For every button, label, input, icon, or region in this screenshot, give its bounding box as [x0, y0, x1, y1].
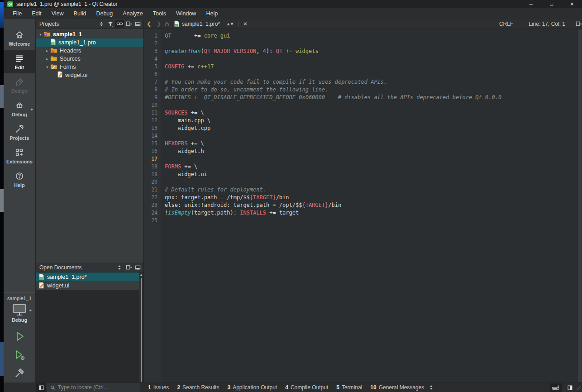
tree-expand-icon[interactable]: ▾: [38, 32, 43, 37]
code-line-16[interactable]: 16 widget.h: [144, 147, 582, 155]
split-new-button[interactable]: [124, 20, 133, 28]
code-line-13[interactable]: 13 widget.cpp: [144, 124, 582, 132]
tree-expand-icon[interactable]: ▾: [44, 65, 50, 69]
output-pane-general-messages[interactable]: 10General Messages: [366, 384, 428, 391]
code-line-19[interactable]: 19 widget.ui: [144, 170, 582, 178]
menu-edit[interactable]: Edit: [27, 10, 47, 17]
split-new-button[interactable]: [124, 263, 133, 272]
tree-item-widget-ui[interactable]: widget.ui: [36, 71, 143, 79]
code-line-10[interactable]: 10: [144, 101, 582, 109]
document-dropdown-icon[interactable]: ▲▼: [226, 22, 234, 26]
menu-debug[interactable]: Debug: [91, 10, 118, 17]
mode-edit[interactable]: Edit: [4, 50, 35, 73]
maximize-button[interactable]: □: [541, 0, 562, 8]
editor-scrollbar-thumb[interactable]: [578, 29, 582, 382]
output-pane-application-output[interactable]: 3Application Output: [223, 384, 281, 391]
locator-field[interactable]: [47, 383, 140, 392]
output-panes-arrows-icon[interactable]: [428, 384, 434, 391]
locator-input[interactable]: [58, 384, 137, 391]
output-pane-compile-output[interactable]: 4Compile Output: [281, 384, 332, 391]
filter-button[interactable]: [106, 20, 115, 28]
design-pen-icon: [14, 77, 24, 87]
output-pane-issues[interactable]: 1Issues: [144, 384, 173, 391]
collapse-panel-button[interactable]: [133, 263, 142, 272]
sort-arrows-button[interactable]: [97, 20, 106, 28]
code-line-25[interactable]: 25: [144, 216, 582, 224]
svg-text:qt: qt: [175, 24, 178, 27]
tree-item-sample1-1-pro[interactable]: qtsample1_1.pro: [36, 38, 143, 47]
run-button[interactable]: [13, 330, 26, 343]
kit-selector[interactable]: sample1_1 ▸ Debug: [4, 292, 35, 330]
scroll-up-icon[interactable]: ▲: [139, 272, 143, 278]
minimize-button[interactable]: ─: [521, 0, 541, 8]
build-button[interactable]: [14, 367, 25, 379]
code-line-7[interactable]: 7# You can make your code fail to compil…: [144, 78, 582, 86]
menu-tools[interactable]: Tools: [148, 10, 171, 17]
mode-projects[interactable]: Projects: [4, 120, 35, 144]
mode-debug[interactable]: Debug▸: [4, 97, 35, 120]
output-pane-search-results[interactable]: 2Search Results: [173, 384, 223, 391]
code-line-24[interactable]: 24!isEmpty(target.path): INSTALLS += tar…: [144, 209, 582, 216]
tree-item-headers[interactable]: ▸hHeaders: [36, 47, 143, 55]
code-line-21[interactable]: 21# Default rules for deployment.: [144, 186, 582, 193]
collapse-panel-button[interactable]: [133, 20, 142, 28]
menu-build[interactable]: Build: [69, 10, 91, 17]
go-forward-button[interactable]: ❯: [154, 21, 164, 27]
line-ending-indicator[interactable]: CRLF: [499, 21, 513, 27]
code-line-23[interactable]: 23else: unix:!android: target.path = /op…: [144, 201, 582, 209]
code-line-11[interactable]: 11SOURCES += \: [144, 109, 582, 116]
code-editor[interactable]: 1QT += core gui23greaterThan(QT_MAJOR_VE…: [144, 29, 582, 382]
output-pane-label: Issues: [153, 384, 169, 391]
code-line-6[interactable]: 6: [144, 70, 582, 78]
mode-extensions[interactable]: Extensions: [4, 144, 35, 167]
editor-scrollbar[interactable]: [578, 29, 582, 382]
tree-item-forms[interactable]: ▾Forms: [36, 63, 143, 71]
code-line-14[interactable]: 14: [144, 132, 582, 139]
menu-view[interactable]: View: [47, 10, 69, 17]
menu-file[interactable]: File: [8, 10, 27, 17]
close-document-icon[interactable]: ✕: [240, 21, 250, 27]
code-line-17[interactable]: 17: [144, 155, 582, 163]
code-line-20[interactable]: 20: [144, 178, 582, 186]
dock-scrollbar[interactable]: ▲: [139, 272, 143, 382]
toggle-left-sidebar-button[interactable]: [36, 383, 46, 392]
code-line-15[interactable]: 15HEADERS += \: [144, 139, 582, 147]
toggle-right-sidebar-button[interactable]: [567, 385, 573, 391]
qt-creator-logo: Qt: [7, 1, 13, 7]
debug-run-button[interactable]: [13, 349, 26, 361]
tree-expand-icon[interactable]: ▸: [44, 57, 50, 61]
code-line-8[interactable]: 8# In order to do so, uncomment the foll…: [144, 86, 582, 93]
open-file-tab[interactable]: sample1_1.pro*: [182, 21, 220, 27]
menu-analyze[interactable]: Analyze: [118, 10, 148, 17]
code-line-18[interactable]: 18FORMS += \: [144, 163, 582, 170]
cursor-position: Line: 17, Col: 1: [529, 21, 565, 27]
open-doc-widget-ui[interactable]: widget.ui: [36, 281, 139, 290]
mode-welcome[interactable]: Welcome: [4, 26, 35, 50]
link-button[interactable]: [115, 20, 124, 28]
scrollbar-thumb[interactable]: [141, 278, 142, 382]
menu-help[interactable]: Help: [201, 10, 223, 17]
tree-item-sources[interactable]: ▸C+Sources: [36, 55, 143, 63]
tree-expand-icon[interactable]: ▸: [44, 48, 50, 53]
code-line-12[interactable]: 12 main.cpp \: [144, 116, 582, 124]
code-line-9[interactable]: 9#DEFINES += QT_DISABLE_DEPRECATED_BEFOR…: [144, 93, 582, 101]
mode-help[interactable]: Help: [4, 167, 35, 191]
close-button[interactable]: ✕: [562, 0, 582, 8]
open-doc-sample1-1-pro-[interactable]: qtsample1_1.pro*: [36, 272, 139, 281]
go-back-button[interactable]: ❮: [144, 21, 154, 27]
tree-item-sample1-1[interactable]: ▾sample1_1: [36, 30, 143, 38]
code-line-4[interactable]: 4: [144, 55, 582, 62]
tree-item-label: Headers: [60, 48, 81, 54]
code-line-3[interactable]: 3greaterThan(QT_MAJOR_VERSION, 4): QT +=…: [144, 47, 582, 55]
build-progress-button[interactable]: [550, 383, 562, 392]
code-line-22[interactable]: 22qnx: target.path = /tmp/$${TARGET}/bin: [144, 193, 582, 201]
resize-grip[interactable]: [576, 384, 582, 392]
code-line-5[interactable]: 5CONFIG += c++17: [144, 62, 582, 70]
split-editor-icon[interactable]: [575, 20, 582, 27]
code-line-1[interactable]: 1QT += core gui: [144, 32, 582, 39]
sort-arrows-button[interactable]: [115, 263, 124, 272]
menu-window[interactable]: Window: [171, 10, 201, 17]
kit-project-name: sample1_1: [4, 296, 35, 303]
output-pane-terminal[interactable]: 5Terminal: [332, 384, 366, 391]
code-line-2[interactable]: 2: [144, 39, 582, 47]
